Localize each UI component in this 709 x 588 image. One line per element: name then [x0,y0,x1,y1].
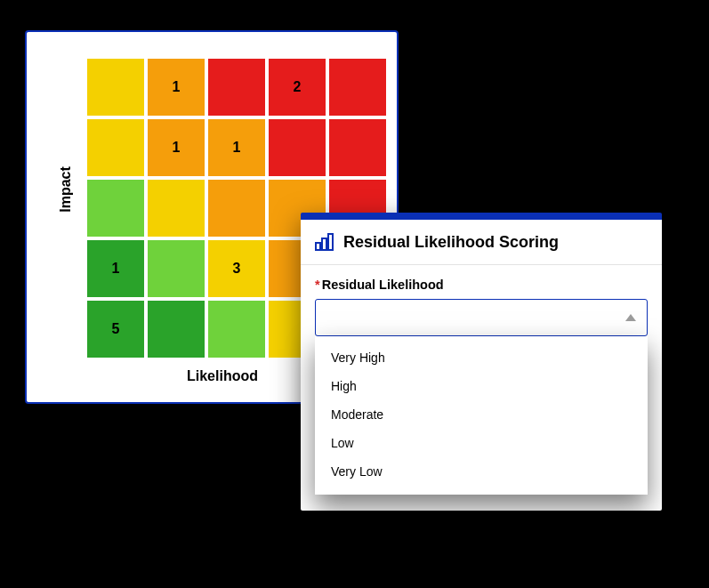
required-marker: * [315,278,320,292]
heatmap-cell[interactable] [208,59,265,116]
heatmap-cell[interactable]: 1 [208,119,265,176]
heatmap-cell[interactable] [148,180,205,237]
svg-rect-2 [328,234,333,250]
heatmap-cell[interactable]: 1 [87,240,144,297]
dropdown-option[interactable]: Very High [315,343,648,372]
residual-likelihood-dropdown: Very HighHighModerateLowVery Low [315,336,648,495]
svg-rect-1 [322,238,326,250]
heatmap-cell[interactable] [148,301,205,358]
residual-likelihood-modal: Residual Likelihood Scoring *Residual Li… [301,213,662,511]
bar-chart-icon [315,232,334,252]
heatmap-cell[interactable] [269,119,326,176]
heatmap-cell[interactable] [329,59,386,116]
dropdown-option[interactable]: High [315,372,648,400]
heatmap-cell[interactable] [329,119,386,176]
heatmap-cell[interactable] [87,59,144,116]
dropdown-option[interactable]: Moderate [315,400,648,429]
modal-header: Residual Likelihood Scoring [301,220,662,265]
heatmap-cell[interactable]: 3 [208,240,265,297]
heatmap-cell[interactable]: 1 [148,119,205,176]
modal-title: Residual Likelihood Scoring [343,233,559,252]
dropdown-option[interactable]: Very Low [315,457,648,486]
residual-likelihood-select[interactable] [315,299,648,336]
y-axis-label: Impact [58,166,74,213]
heatmap-cell[interactable] [208,301,265,358]
heatmap-cell[interactable] [87,119,144,176]
x-axis-label: Likelihood [187,368,258,384]
field-label-text: Residual Likelihood [322,278,444,292]
heatmap-cell[interactable]: 1 [148,59,205,116]
heatmap-cell[interactable]: 5 [87,301,144,358]
heatmap-cell[interactable] [208,180,265,237]
heatmap-cell[interactable]: 2 [269,59,326,116]
field-label: *Residual Likelihood [315,278,648,292]
heatmap-cell[interactable] [87,180,144,237]
chevron-up-icon [625,314,636,321]
modal-body: *Residual Likelihood Very HighHighModera… [301,265,662,511]
svg-rect-0 [316,243,320,250]
heatmap-cell[interactable] [148,240,205,297]
dropdown-option[interactable]: Low [315,429,648,457]
